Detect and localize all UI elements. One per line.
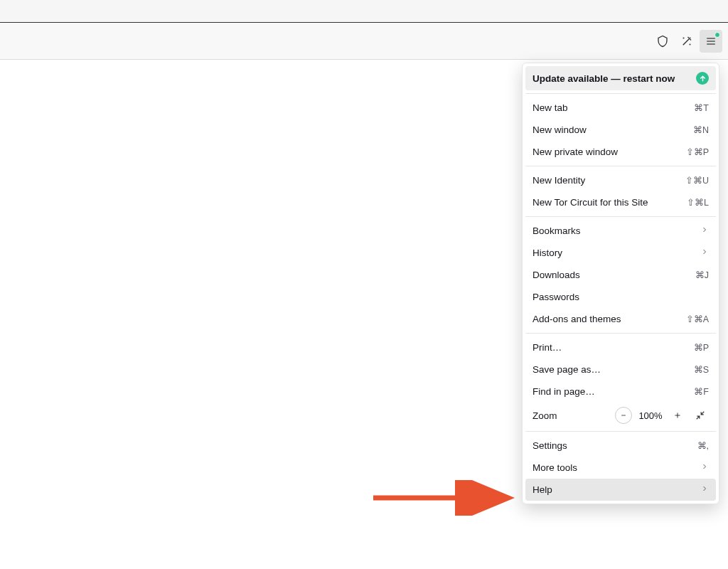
menu-item-label: Save page as… — [532, 364, 601, 375]
menu-help[interactable]: Help — [525, 479, 716, 501]
menu-more-tools[interactable]: More tools — [525, 457, 716, 479]
menu-item-label: Print… — [532, 342, 562, 353]
menu-new-identity[interactable]: New Identity ⇧⌘U — [525, 169, 716, 191]
application-menu: Update available — restart now New tab ⌘… — [522, 63, 719, 504]
window-titlebar — [0, 0, 728, 23]
menu-new-tab[interactable]: New tab ⌘T — [525, 97, 716, 119]
browser-toolbar — [0, 23, 728, 60]
menu-item-label: Passwords — [532, 292, 579, 302]
menu-history[interactable]: History — [525, 242, 716, 264]
menu-item-label: New Identity — [532, 175, 585, 186]
zoom-in-button[interactable] — [669, 407, 686, 424]
menu-bookmarks[interactable]: Bookmarks — [525, 220, 716, 242]
shield-icon — [656, 35, 669, 48]
menu-item-label: Downloads — [532, 270, 580, 280]
menu-print[interactable]: Print… ⌘P — [525, 336, 716, 358]
menu-item-shortcut: ⇧⌘P — [686, 147, 709, 157]
menu-item-shortcut: ⌘J — [695, 270, 709, 280]
plus-icon — [673, 411, 682, 420]
menu-item-label: Help — [532, 484, 552, 495]
menu-item-shortcut: ⌘F — [694, 386, 709, 397]
menu-item-shortcut: ⌘P — [694, 342, 709, 353]
menu-addons-themes[interactable]: Add-ons and themes ⇧⌘A — [525, 308, 716, 330]
menu-separator — [525, 166, 716, 166]
menu-item-shortcut: ⇧⌘L — [687, 197, 709, 208]
menu-item-shortcut: ⌘, — [697, 440, 709, 451]
menu-item-label: Bookmarks — [532, 225, 581, 236]
menu-new-tor-circuit[interactable]: New Tor Circuit for this Site ⇧⌘L — [525, 191, 716, 213]
menu-item-label: Add-ons and themes — [532, 314, 621, 324]
menu-item-shortcut: ⌘S — [694, 364, 709, 375]
menu-update-available[interactable]: Update available — restart now — [525, 66, 716, 90]
menu-item-shortcut: ⇧⌘U — [685, 175, 709, 186]
menu-save-page-as[interactable]: Save page as… ⌘S — [525, 358, 716, 381]
menu-settings[interactable]: Settings ⌘, — [525, 435, 716, 457]
minus-icon — [620, 412, 627, 419]
hamburger-menu-button[interactable] — [700, 30, 722, 53]
menu-item-label: History — [532, 248, 562, 258]
menu-find-in-page[interactable]: Find in page… ⌘F — [525, 381, 716, 403]
menu-item-label: New Tor Circuit for this Site — [532, 197, 648, 208]
zoom-out-button[interactable] — [615, 407, 632, 424]
sparkle-icon — [680, 35, 693, 48]
zoom-label: Zoom — [532, 410, 609, 421]
svg-point-0 — [683, 38, 684, 38]
menu-passwords[interactable]: Passwords — [525, 286, 716, 308]
menu-item-label: New window — [532, 124, 587, 135]
menu-item-label: More tools — [532, 462, 577, 473]
shield-button[interactable] — [651, 30, 674, 53]
menu-downloads[interactable]: Downloads ⌘J — [525, 264, 716, 286]
svg-point-1 — [690, 44, 690, 45]
menu-item-shortcut: ⌘N — [693, 124, 709, 135]
update-arrow-icon — [696, 72, 709, 85]
menu-separator — [525, 333, 716, 334]
chevron-right-icon — [700, 462, 709, 473]
chevron-right-icon — [700, 484, 709, 495]
menu-separator — [525, 93, 716, 94]
menu-item-label: Find in page… — [532, 386, 595, 397]
menu-item-label: Update available — restart now — [532, 73, 675, 84]
chevron-right-icon — [700, 248, 709, 258]
sparkle-button[interactable] — [675, 30, 698, 53]
menu-separator — [525, 216, 716, 217]
fullscreen-button[interactable] — [692, 407, 709, 424]
menu-separator — [525, 431, 716, 432]
menu-item-label: New private window — [532, 147, 618, 157]
menu-item-label: Settings — [532, 440, 567, 451]
menu-zoom-row: Zoom 100% — [525, 403, 716, 428]
menu-new-window[interactable]: New window ⌘N — [525, 119, 716, 141]
update-indicator-dot — [714, 32, 720, 38]
menu-new-private-window[interactable]: New private window ⇧⌘P — [525, 141, 716, 163]
chevron-right-icon — [700, 225, 709, 236]
menu-item-label: New tab — [532, 102, 568, 113]
menu-item-shortcut: ⇧⌘A — [686, 314, 709, 324]
fullscreen-collapse-icon — [695, 410, 705, 420]
zoom-value: 100% — [638, 410, 663, 421]
menu-item-shortcut: ⌘T — [694, 102, 709, 113]
